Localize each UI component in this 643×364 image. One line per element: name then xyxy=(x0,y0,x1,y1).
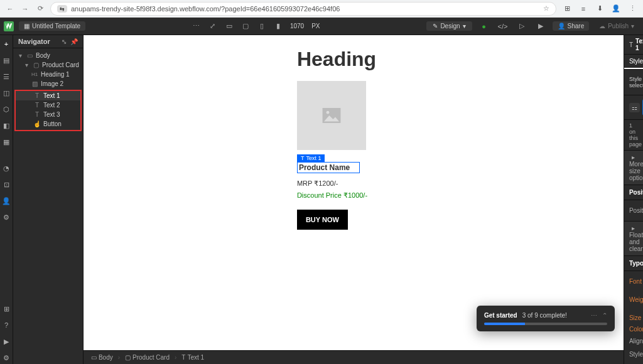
tree-label: Body xyxy=(36,52,50,59)
desktop-icon[interactable]: ▭ xyxy=(222,19,236,33)
users-icon[interactable]: 👤 xyxy=(0,195,13,207)
collapse-icon[interactable]: ⤡ xyxy=(62,38,67,45)
image-icon: ▨ xyxy=(31,80,38,87)
site-info-icon[interactable]: ⇆ xyxy=(57,5,67,13)
check-icon[interactable]: ● xyxy=(477,19,491,33)
back-icon[interactable]: ← xyxy=(5,4,15,14)
badge-text: Text 1 xyxy=(306,155,321,161)
reload-icon[interactable]: ⟳ xyxy=(35,4,45,14)
publish-button[interactable]: ☁ Publish ▾ xyxy=(594,21,639,31)
toast-progressbar xyxy=(484,323,607,325)
pencil-icon: ✎ xyxy=(433,23,438,29)
tree-label: Text 1 xyxy=(43,92,60,99)
canvas-text3[interactable]: Discount Price ₹1000/- xyxy=(297,191,598,200)
canvas-text1[interactable]: Product Name xyxy=(297,162,360,173)
logic-icon[interactable]: ⚙ xyxy=(0,211,13,223)
add-element-icon[interactable]: + xyxy=(0,38,13,50)
design-canvas[interactable]: Heading TText 1 Product Name MRP ₹1200/-… xyxy=(84,35,624,350)
apps-icon[interactable]: ⊞ xyxy=(0,302,13,315)
tree-body[interactable]: ▾▭Body xyxy=(13,51,83,60)
preview-icon[interactable]: ▷ xyxy=(515,19,529,33)
share-button[interactable]: 👤 Share xyxy=(553,21,590,31)
class-selector[interactable]: ⚏ Text 1 ▾ xyxy=(624,95,643,120)
tree-heading[interactable]: H1Heading 1 xyxy=(13,70,83,79)
canvas-image-placeholder[interactable] xyxy=(297,81,366,150)
style-label: Style xyxy=(629,351,643,358)
page-selector[interactable]: ▦ Untitled Template xyxy=(19,21,85,31)
url-bar[interactable]: ⇆ anupams-trendy-site-5f98f3.design.webf… xyxy=(50,2,556,16)
assets-icon[interactable]: ▦ xyxy=(0,136,13,148)
mobile-l-icon[interactable]: ▯ xyxy=(255,19,269,33)
tablet-icon[interactable]: ▢ xyxy=(239,19,252,33)
canvas-buy-button[interactable]: BUY NOW xyxy=(297,210,348,230)
size-label: Size xyxy=(629,314,641,321)
style-panel: T Text 1 ⋯ ⊡ Style Settings Interactions… xyxy=(624,35,643,364)
extensions-icon[interactable]: ⊞ xyxy=(561,3,573,14)
tree-product-card[interactable]: ▾▢Product Card xyxy=(13,60,83,70)
page-name: Untitled Template xyxy=(32,23,80,29)
tree-label: Image 2 xyxy=(41,80,63,87)
tab-style[interactable]: Style xyxy=(624,55,643,69)
pages-icon[interactable]: ▤ xyxy=(0,54,13,67)
canvas-heading[interactable]: Heading xyxy=(297,48,598,71)
more-icon[interactable]: ⋯ xyxy=(190,19,203,33)
canvas-text2[interactable]: MRP ₹1200/- xyxy=(297,179,598,188)
button-icon: ☝ xyxy=(33,120,41,127)
element-tree: ▾▭Body ▾▢Product Card H1Heading 1 ▨Image… xyxy=(13,48,83,135)
more-size-label: More size options xyxy=(629,161,643,181)
tree-button[interactable]: ☝Button xyxy=(16,119,80,129)
download-icon[interactable]: ⬇ xyxy=(594,3,605,14)
text-icon: T xyxy=(33,102,41,109)
image-placeholder-icon xyxy=(322,108,341,123)
mobile-icon[interactable]: ▮ xyxy=(271,19,285,33)
cms-icon[interactable]: ◔ xyxy=(0,162,13,174)
typography-section-title[interactable]: Typography xyxy=(629,260,643,267)
profile-icon[interactable]: 👤 xyxy=(610,3,622,14)
crumb-card[interactable]: ▢Product Card xyxy=(122,354,172,361)
position-section-title[interactable]: Position xyxy=(629,189,643,196)
code-icon[interactable]: </> xyxy=(496,19,510,33)
instance-count[interactable]: 1 on this page xyxy=(624,120,643,151)
toast-more-icon[interactable]: ⋯ xyxy=(591,312,597,319)
variables-icon[interactable]: ⬡ xyxy=(0,103,13,115)
page-icon: ▦ xyxy=(24,23,30,29)
onboarding-toast[interactable]: Get started 3 of 9 complete! ⋯ ⌃ xyxy=(477,306,615,331)
webflow-logo-icon[interactable] xyxy=(4,21,14,31)
ext2-icon[interactable]: ≡ xyxy=(578,3,589,14)
float-label: Float and clear xyxy=(629,232,643,252)
tree-text3[interactable]: TText 3 xyxy=(16,110,80,119)
tree-label: Text 2 xyxy=(43,102,60,109)
ecommerce-icon[interactable]: ⊡ xyxy=(0,178,13,191)
canvas-width[interactable]: 1070 xyxy=(288,23,306,29)
person-icon: 👤 xyxy=(558,23,565,29)
help-icon[interactable]: ? xyxy=(0,319,13,331)
float-clear[interactable]: ▸ Float and clear xyxy=(624,222,643,256)
mode-toggle[interactable]: ✎ Design ▾ xyxy=(426,21,472,31)
play-icon[interactable]: ▶ xyxy=(534,19,548,33)
video-icon[interactable]: ▶ xyxy=(0,335,13,348)
forward-icon[interactable]: → xyxy=(20,4,30,14)
tree-label: Button xyxy=(43,120,62,127)
toast-collapse-icon[interactable]: ⌃ xyxy=(602,312,607,319)
selected-element-badge[interactable]: TText 1 xyxy=(297,154,325,162)
settings-icon[interactable]: ⚙ xyxy=(0,351,13,364)
star-icon[interactable]: ☆ xyxy=(543,4,549,13)
more-size-options[interactable]: ▸ More size options xyxy=(624,151,643,185)
navigator-icon[interactable]: ☰ xyxy=(0,70,13,83)
toast-progress-text: 3 of 9 complete! xyxy=(522,312,567,319)
tree-text2[interactable]: TText 2 xyxy=(16,100,80,110)
text-icon: T xyxy=(33,111,41,118)
crumb-body[interactable]: ▭Body xyxy=(89,354,116,361)
breakpoint-add-icon[interactable]: ⤢ xyxy=(206,19,220,33)
tree-text1[interactable]: TText 1 xyxy=(16,91,80,100)
components-icon[interactable]: ◫ xyxy=(0,87,13,99)
tree-image[interactable]: ▨Image 2 xyxy=(13,79,83,88)
pin-icon[interactable]: 📌 xyxy=(70,38,78,45)
toast-title: Get started xyxy=(484,312,517,319)
crumb-label: Text 1 xyxy=(187,354,204,361)
div-icon: ▢ xyxy=(125,354,131,361)
menu-icon[interactable]: ⋮ xyxy=(627,3,638,14)
align-label: Align xyxy=(629,338,643,345)
styles-icon[interactable]: ◧ xyxy=(0,119,13,132)
crumb-text[interactable]: TText 1 xyxy=(179,354,207,361)
